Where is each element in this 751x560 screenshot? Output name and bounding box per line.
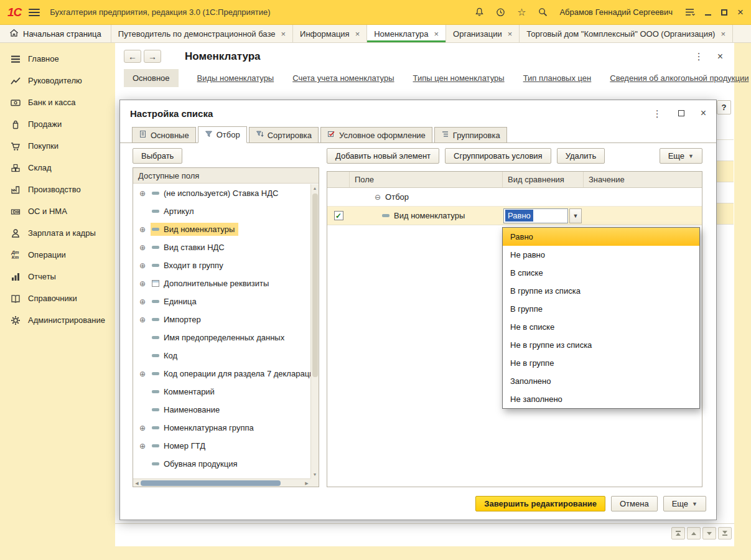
sidebar-item-main[interactable]: Главное — [0, 48, 115, 70]
tab-close-icon[interactable]: × — [281, 30, 286, 38]
dialog-maximize-icon[interactable] — [678, 110, 684, 116]
expand-icon[interactable]: ⊕ — [139, 370, 151, 378]
link-nomenclature-kinds[interactable]: Виды номенклатуры — [197, 73, 274, 83]
sidebar-item-purchases[interactable]: Покупки — [0, 135, 115, 157]
close-window-icon[interactable]: × — [737, 7, 744, 17]
field-tree-item[interactable]: ⊕ Артикул — [133, 202, 310, 220]
group-conditions-button[interactable]: Сгруппировать условия — [445, 148, 551, 164]
link-alcohol-info[interactable]: Сведения об алкогольной продукции — [610, 73, 749, 83]
collapse-icon[interactable]: ⊖ — [375, 193, 381, 202]
scroll-right-icon[interactable]: ▶ — [303, 479, 310, 487]
tab-close-icon[interactable]: × — [355, 30, 360, 38]
sidebar-item-fixed-assets[interactable]: ОС и НМА — [0, 200, 115, 222]
filter-condition-row[interactable]: ✓ Вид номенклатуры Равно ▼ — [327, 207, 702, 225]
expand-icon[interactable]: ⊕ — [139, 424, 151, 432]
cancel-button[interactable]: Отмена — [611, 496, 658, 511]
tab-filter[interactable]: Отбор — [198, 126, 247, 143]
expand-icon[interactable]: ⊕ — [139, 225, 151, 234]
maximize-window-icon[interactable] — [721, 9, 727, 16]
field-tree-item[interactable]: ⊕ Комментарий — [133, 383, 310, 401]
sidebar-item-administration[interactable]: Администрирование — [0, 309, 115, 331]
window-tab[interactable]: Организации × — [446, 25, 520, 42]
field-tree-item[interactable]: ⊕ Обувная продукция — [133, 455, 310, 473]
scroll-up-icon[interactable]: ▲ — [313, 184, 317, 192]
field-tree-item[interactable]: ⊕ Имя предопределенных данных — [133, 329, 310, 347]
link-price-types[interactable]: Типы цен номенклатуры — [413, 73, 505, 83]
dialog-close-icon[interactable]: × — [701, 108, 706, 118]
tab-home[interactable]: Начальная страница — [0, 25, 111, 42]
dropdown-option[interactable]: Заполнено — [503, 372, 699, 390]
sidebar-item-sales[interactable]: Продажи — [0, 113, 115, 135]
section-main[interactable]: Основное — [124, 69, 179, 87]
current-user[interactable]: Абрамов Геннадий Сергеевич — [559, 7, 673, 17]
minimize-window-icon[interactable] — [705, 14, 711, 16]
go-to-bottom-button[interactable] — [718, 527, 732, 539]
dropdown-option[interactable]: Не заполнено — [503, 390, 699, 408]
search-icon[interactable] — [537, 7, 548, 18]
help-button[interactable]: ? — [717, 100, 731, 114]
comparison-combobox[interactable]: Равно — [503, 208, 568, 223]
vertical-scrollbar[interactable]: ▲ ▼ — [310, 184, 319, 478]
go-to-top-button[interactable] — [671, 527, 685, 539]
window-tab[interactable]: Торговый дом "Комплексный" ООО (Организа… — [520, 25, 733, 42]
dropdown-option[interactable]: В группе — [503, 300, 699, 318]
sidebar-item-production[interactable]: Производство — [0, 179, 115, 200]
delete-button[interactable]: Удалить — [557, 148, 605, 164]
page-up-button[interactable] — [687, 527, 701, 539]
expand-icon[interactable]: ⊕ — [139, 261, 151, 270]
sidebar-item-catalogs[interactable]: Справочники — [0, 287, 115, 309]
scroll-down-icon[interactable]: ▼ — [313, 470, 317, 478]
scrollbar-thumb[interactable] — [141, 480, 281, 486]
history-icon[interactable] — [495, 7, 506, 18]
dropdown-option[interactable]: Не в группе — [503, 354, 699, 372]
expand-icon[interactable]: ⊕ — [139, 297, 151, 306]
tab-general[interactable]: Основные — [132, 127, 196, 142]
tab-grouping[interactable]: Группировка — [434, 127, 507, 142]
tab-close-icon[interactable]: × — [721, 30, 725, 38]
expand-icon[interactable]: ⊕ — [139, 279, 151, 288]
forward-button[interactable]: → — [144, 50, 161, 63]
scrollbar-thumb[interactable] — [312, 194, 318, 377]
finish-editing-button[interactable]: Завершить редактирование — [475, 496, 605, 511]
field-tree-item[interactable]: ⊕ Входит в группу — [133, 256, 310, 274]
field-tree-item[interactable]: ⊕ Вид ставки НДС — [133, 238, 310, 256]
link-planned-price-type[interactable]: Тип плановых цен — [523, 73, 592, 83]
filter-group-row[interactable]: ⊖ Отбор — [327, 188, 702, 207]
sidebar-item-payroll-hr[interactable]: Зарплата и кадры — [0, 222, 115, 244]
select-field-button[interactable]: Выбрать — [133, 148, 182, 164]
dropdown-option[interactable]: В списке — [503, 264, 699, 282]
dropdown-option[interactable]: В группе из списка — [503, 282, 699, 300]
page-down-button[interactable] — [702, 527, 716, 539]
horizontal-scrollbar[interactable]: ◀ ▶ — [133, 478, 310, 487]
notifications-bell-icon[interactable] — [473, 7, 485, 18]
field-tree-item[interactable]: ⊕ Дополнительные реквизиты — [133, 274, 310, 292]
field-tree-item[interactable]: ⊕ Единица — [133, 292, 310, 310]
tab-conditional-formatting[interactable]: Условное оформление — [320, 127, 432, 142]
field-tree-item[interactable]: ⊕ Номенклатурная группа — [133, 419, 310, 437]
dropdown-option[interactable]: Не в списке — [503, 318, 699, 336]
service-menu-icon[interactable] — [684, 7, 695, 18]
field-tree-item[interactable]: ⊕ Номер ГТД — [133, 437, 310, 455]
expand-icon[interactable]: ⊕ — [139, 315, 151, 324]
dropdown-option[interactable]: Равно — [503, 228, 699, 246]
add-new-element-button[interactable]: Добавить новый элемент — [327, 148, 439, 164]
link-accounting-accounts[interactable]: Счета учета номенклатуры — [292, 73, 394, 83]
dropdown-option[interactable]: Не в группе из списка — [503, 336, 699, 354]
condition-checkbox[interactable]: ✓ — [334, 211, 343, 220]
window-tab[interactable]: Номенклатура × — [367, 25, 446, 42]
dialog-more-icon[interactable]: ⋮ — [653, 109, 662, 118]
more-button[interactable]: Еще ▼ — [660, 148, 702, 164]
field-tree-item[interactable]: ⊕ (не используется) Ставка НДС — [133, 184, 310, 202]
dropdown-option[interactable]: Не равно — [503, 246, 699, 264]
field-tree-item[interactable]: ⊕ Наименование — [133, 401, 310, 419]
favorites-star-icon[interactable]: ☆ — [516, 7, 527, 18]
field-tree-item[interactable]: ⊕ Вид номенклатуры — [133, 220, 310, 238]
sidebar-item-reports[interactable]: Отчеты — [0, 266, 115, 287]
expand-icon[interactable]: ⊕ — [139, 442, 151, 450]
window-tab[interactable]: Информация × — [293, 25, 367, 42]
dialog-more-button[interactable]: Еще ▼ — [663, 496, 706, 511]
sidebar-item-bank-cash[interactable]: Банк и касса — [0, 91, 115, 113]
window-tab[interactable]: Путеводитель по демонстрационной базе × — [111, 25, 293, 42]
main-menu-icon[interactable] — [29, 9, 40, 16]
sidebar-item-manager[interactable]: Руководителю — [0, 70, 115, 91]
